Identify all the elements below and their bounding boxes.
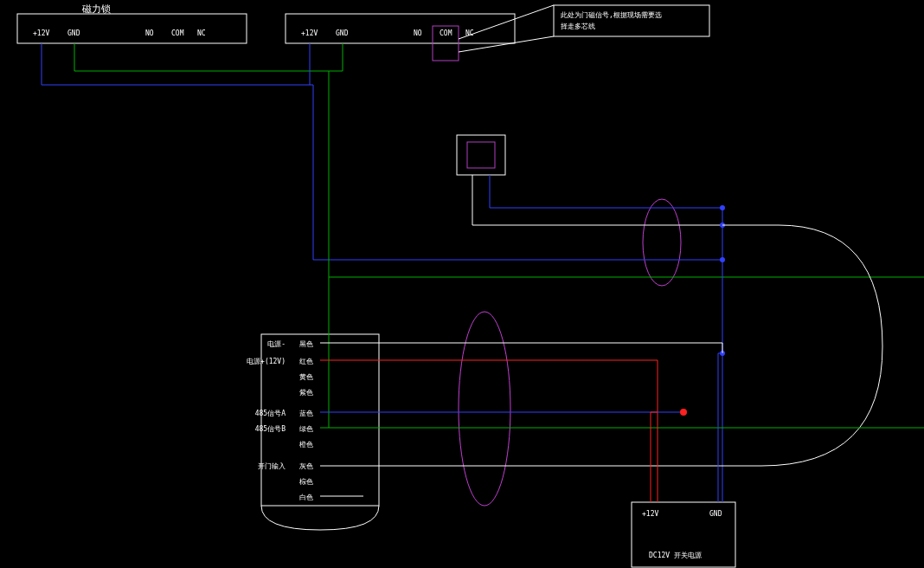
- t-left-7: 开门输入: [258, 462, 286, 470]
- t-right-0: 黑色: [299, 340, 313, 348]
- bundle-upper: [643, 199, 681, 286]
- t-right-5: 绿色: [299, 425, 313, 433]
- wire-white-exit: [472, 175, 722, 225]
- svg-rect-4: [467, 142, 495, 168]
- wire-green-leftlock: [74, 43, 924, 277]
- pin-12v-left: +12V: [33, 29, 49, 37]
- svg-rect-3: [457, 135, 505, 175]
- note-box: 此处为门磁信号,根据现场需要选 择走多芯线: [459, 5, 709, 52]
- wire-red-reader: [320, 360, 658, 502]
- pin-gnd-left: GND: [67, 29, 80, 37]
- wire-black-reader: [320, 343, 722, 353]
- svg-rect-1: [286, 14, 515, 43]
- wire-blue-leftlock: [42, 43, 722, 260]
- t-left-1: 电源+(12V): [247, 358, 286, 365]
- svg-rect-0: [17, 14, 247, 43]
- wire-psu-12v: [651, 412, 658, 502]
- module-top-mid: +12V GND NO COM NC: [286, 14, 515, 61]
- t-left-4: 485信号A: [255, 410, 286, 417]
- t-right-8: 棕色: [299, 478, 313, 486]
- t-right-2: 黄色: [299, 373, 313, 381]
- t-left-0: 电源-: [267, 340, 286, 348]
- pin-com-left: COM: [171, 29, 184, 37]
- psu-12v: +12V: [642, 510, 658, 518]
- pin-gnd-mid: GND: [336, 29, 349, 37]
- exit-button-box: [457, 135, 505, 175]
- psu-title: DC12V 开关电源: [649, 552, 702, 559]
- psu-block: +12V GND DC12V 开关电源: [632, 502, 735, 567]
- note-line2: 择走多芯线: [561, 23, 595, 30]
- t-right-3: 紫色: [299, 389, 313, 397]
- t-right-9: 白色: [299, 494, 313, 501]
- svg-point-7: [720, 205, 725, 210]
- svg-point-9: [720, 257, 725, 262]
- module-lock-left-title: 磁力锁: [81, 3, 111, 15]
- t-right-1: 红色: [299, 358, 313, 365]
- pin-12v-mid: +12V: [301, 29, 318, 37]
- t-right-4: 蓝色: [299, 410, 313, 417]
- bundle-lower: [459, 312, 510, 506]
- wire-white-loop: [320, 225, 882, 466]
- reader-terminals: 电源- 黑色 电源+(12V) 红色 黄色 紫色 485信号A 蓝色 485信号…: [247, 340, 313, 501]
- t-left-5: 485信号B: [255, 425, 286, 433]
- pin-no-left: NO: [145, 29, 154, 37]
- t-right-6: 橙色: [299, 441, 313, 449]
- pin-nc-left: NC: [197, 29, 206, 37]
- pin-no-mid: NO: [414, 29, 422, 37]
- t-right-7: 灰色: [299, 462, 313, 470]
- pin-com-mid: COM: [440, 29, 452, 37]
- svg-rect-2: [554, 5, 709, 36]
- wire-green-midlock-gnd: [329, 43, 343, 71]
- wire-green-ext: [329, 277, 924, 428]
- reader-block: 电源- 黑色 电源+(12V) 红色 黄色 紫色 485信号A 蓝色 485信号…: [247, 334, 379, 530]
- wire-blue-exit: [490, 175, 722, 208]
- wiring-diagram: 磁力锁 +12V GND NO COM NC +12V GND NO COM N…: [0, 0, 924, 568]
- psu-gnd: GND: [709, 510, 722, 518]
- note-line1: 此处为门磁信号,根据现场需要选: [561, 11, 662, 19]
- module-lock-left: 磁力锁 +12V GND NO COM NC: [17, 3, 247, 43]
- junction-red: [680, 409, 687, 416]
